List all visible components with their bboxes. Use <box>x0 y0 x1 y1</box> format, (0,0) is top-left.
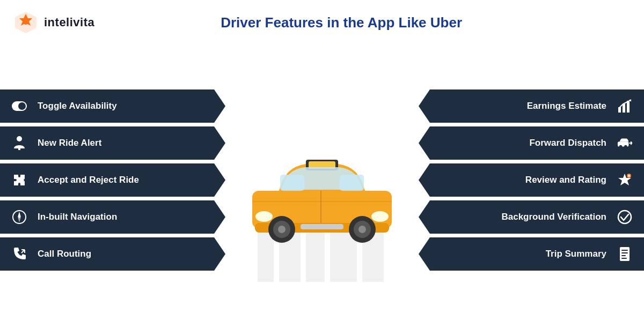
new-ride-alert-label: New Ride Alert <box>38 138 216 148</box>
car-forward-icon <box>615 133 634 153</box>
title-area: Driver Features in the App Like Uber <box>94 14 631 31</box>
svg-rect-50 <box>621 250 628 251</box>
feature-item-accept-reject: Accept and Reject Ride <box>0 163 225 197</box>
svg-point-43 <box>624 145 627 148</box>
toggle-availability-label: Toggle Availability <box>38 101 216 111</box>
navigation-label: In-built Navigation <box>38 212 216 222</box>
feature-item-review-rating: Review and Rating <box>419 163 644 197</box>
compass-icon <box>10 207 29 227</box>
svg-point-42 <box>619 145 623 148</box>
feature-item-forward-dispatch: Forward Dispatch <box>419 126 644 160</box>
feature-item-trip-summary: Trip Summary <box>419 237 644 271</box>
svg-point-2 <box>24 20 28 25</box>
svg-rect-51 <box>621 252 628 253</box>
forward-dispatch-label: Forward Dispatch <box>529 138 606 148</box>
feature-item-background-verification: Background Verification <box>419 200 644 234</box>
svg-rect-49 <box>620 247 630 261</box>
svg-rect-36 <box>301 224 343 229</box>
svg-rect-38 <box>623 104 625 113</box>
logo-container: intelivita <box>13 10 94 35</box>
center-illustration <box>225 46 419 314</box>
page-title: Driver Features in the App Like Uber <box>94 14 588 31</box>
svg-rect-6 <box>18 146 20 150</box>
svg-rect-39 <box>627 101 630 113</box>
review-rating-label: Review and Rating <box>525 175 606 185</box>
svg-point-4 <box>18 102 26 110</box>
toggle-icon <box>10 96 29 116</box>
star-icon <box>615 170 634 190</box>
person-icon <box>10 133 29 153</box>
svg-point-48 <box>618 211 631 223</box>
accept-reject-label: Accept and Reject Ride <box>38 175 216 185</box>
svg-rect-24 <box>340 175 364 191</box>
feature-item-toggle-availability: Toggle Availability <box>0 89 225 123</box>
feature-item-new-ride-alert: New Ride Alert <box>0 126 225 160</box>
feature-item-earnings: Earnings Estimate <box>419 89 644 123</box>
checkmark-icon <box>615 207 634 227</box>
chart-icon <box>615 96 634 116</box>
right-features-list: Earnings Estimate Forward Dispatch <box>419 89 644 271</box>
svg-point-5 <box>17 136 22 141</box>
feature-item-navigation: In-built Navigation <box>0 200 225 234</box>
logo-icon <box>13 10 39 35</box>
puzzle-icon <box>10 170 29 190</box>
svg-point-33 <box>358 226 366 233</box>
earnings-estimate-label: Earnings Estimate <box>527 101 606 111</box>
background-verification-label: Background Verification <box>501 212 606 222</box>
svg-point-34 <box>255 211 273 222</box>
trip-summary-label: Trip Summary <box>546 249 606 259</box>
svg-rect-23 <box>280 175 304 191</box>
taxi-car <box>241 137 402 244</box>
svg-rect-53 <box>621 258 627 259</box>
svg-point-30 <box>278 226 286 233</box>
header: intelivita Driver Features in the App Li… <box>0 0 644 35</box>
logo-text: intelivita <box>44 16 94 29</box>
svg-point-35 <box>371 211 389 222</box>
feature-item-call-routing: Call Routing <box>0 237 225 271</box>
left-features-list: Toggle Availability New Ride Alert Accep… <box>0 89 225 271</box>
svg-rect-52 <box>621 255 626 256</box>
document-icon <box>615 244 634 264</box>
svg-rect-41 <box>618 141 629 146</box>
phone-icon <box>10 244 29 264</box>
call-routing-label: Call Routing <box>38 249 216 259</box>
main-content: Toggle Availability New Ride Alert Accep… <box>0 35 644 314</box>
